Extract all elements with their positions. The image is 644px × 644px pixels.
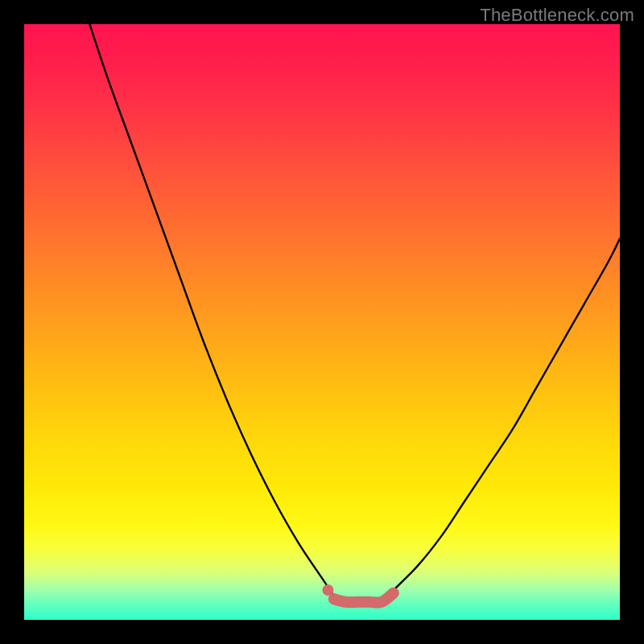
marker-group <box>322 584 333 596</box>
chart-frame: TheBottleneck.com <box>0 0 644 644</box>
watermark-text: TheBottleneck.com <box>480 5 634 26</box>
left-curve <box>89 24 333 596</box>
plot-area <box>24 24 620 620</box>
flat-segment <box>334 593 394 603</box>
left-dot-marker <box>322 584 333 596</box>
right-curve <box>394 238 620 590</box>
curve-svg <box>24 24 620 620</box>
